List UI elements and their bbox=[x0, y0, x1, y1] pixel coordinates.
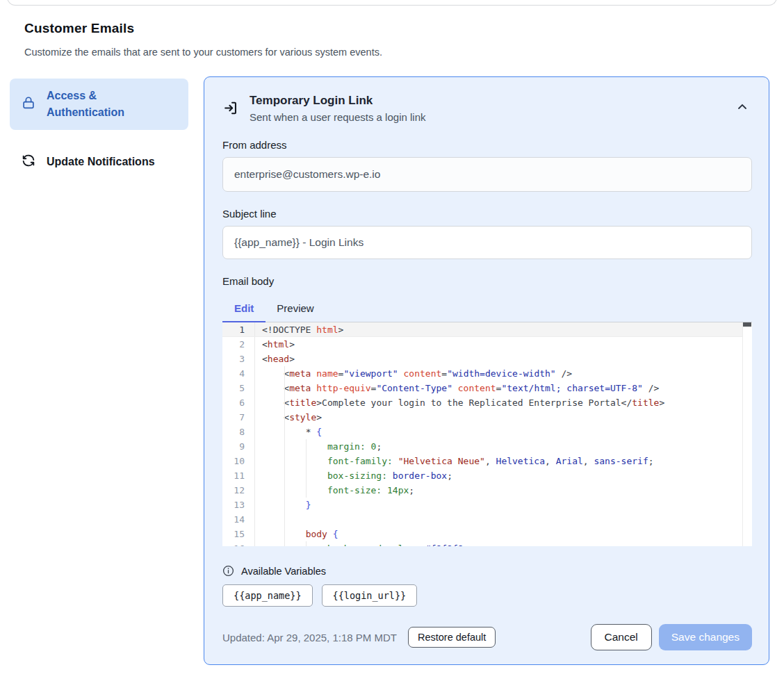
tab-edit[interactable]: Edit bbox=[222, 297, 266, 322]
temporary-login-link-panel: Temporary Login Link Sent when a user re… bbox=[204, 76, 769, 665]
code-line: 2<html> bbox=[222, 337, 742, 352]
editor-scrollbar-track[interactable] bbox=[742, 322, 752, 546]
tab-preview[interactable]: Preview bbox=[266, 297, 325, 322]
code-line: 8 * { bbox=[222, 425, 742, 439]
variable-chips: {{app_name}} {{login_url}} bbox=[222, 584, 752, 607]
line-number: 10 bbox=[222, 454, 255, 468]
restore-default-button[interactable]: Restore default bbox=[408, 627, 496, 648]
line-number: 15 bbox=[222, 527, 255, 541]
updated-timestamp: Updated: Apr 29, 2025, 1:18 PM MDT bbox=[222, 632, 397, 643]
line-number: 11 bbox=[222, 468, 255, 483]
email-body-label: Email body bbox=[222, 275, 752, 287]
variable-chip-login-url[interactable]: {{login_url}} bbox=[322, 584, 418, 607]
previous-card-edge bbox=[7, 0, 777, 6]
subject-line-input[interactable] bbox=[222, 226, 752, 259]
code-line: 9 margin: 0; bbox=[222, 439, 742, 454]
line-number: 6 bbox=[222, 395, 255, 410]
variable-chip-app-name[interactable]: {{app_name}} bbox=[222, 584, 313, 607]
panel-subtitle: Sent when a user requests a login link bbox=[250, 111, 723, 123]
line-number: 12 bbox=[222, 483, 255, 498]
from-address-input[interactable] bbox=[222, 157, 752, 192]
from-address-label: From address bbox=[222, 139, 752, 151]
line-number: 7 bbox=[222, 410, 255, 425]
sidebar-item-access-authentication[interactable]: Access & Authentication bbox=[10, 79, 188, 130]
info-icon bbox=[222, 565, 234, 577]
panel-footer: Updated: Apr 29, 2025, 1:18 PM MDT Resto… bbox=[222, 624, 752, 650]
sidebar-item-update-notifications[interactable]: Update Notifications bbox=[10, 144, 188, 180]
line-number: 14 bbox=[222, 512, 255, 527]
line-number: 2 bbox=[222, 337, 255, 352]
page-subtitle: Customize the emails that are sent to yo… bbox=[24, 47, 382, 58]
page-title: Customer Emails bbox=[24, 21, 382, 36]
code-line: 16 background-color: #f9f9f9; bbox=[222, 541, 742, 546]
code-lines: 1<!DOCTYPE html>2<html>3<head>4 <meta na… bbox=[222, 322, 742, 546]
sidebar-item-label: Update Notifications bbox=[47, 154, 155, 170]
code-line: 14 bbox=[222, 512, 742, 527]
email-body-code-editor[interactable]: 1<!DOCTYPE html>2<html>3<head>4 <meta na… bbox=[222, 322, 752, 546]
code-line: 7 <style> bbox=[222, 410, 742, 425]
refresh-icon bbox=[21, 153, 36, 171]
email-body-tabs: Edit Preview bbox=[222, 297, 752, 322]
editor-scrollbar-thumb[interactable] bbox=[743, 322, 751, 327]
indent-guide bbox=[306, 439, 307, 498]
sidebar-item-label: Access & Authentication bbox=[47, 88, 158, 121]
login-icon bbox=[222, 99, 240, 120]
subject-line-label: Subject line bbox=[222, 208, 752, 220]
lock-icon bbox=[21, 95, 36, 113]
panel-title: Temporary Login Link bbox=[250, 94, 723, 108]
code-line: 4 <meta name="viewport" content="width=d… bbox=[222, 366, 742, 381]
indent-guide bbox=[284, 366, 285, 546]
code-line: 5 <meta http-equiv="Content-Type" conten… bbox=[222, 381, 742, 395]
line-number: 16 bbox=[222, 541, 255, 546]
available-variables-label: Available Variables bbox=[241, 566, 326, 577]
line-number: 4 bbox=[222, 366, 255, 381]
indent-guide bbox=[306, 541, 307, 546]
code-line: 6 <title>Complete your login to the Repl… bbox=[222, 395, 742, 410]
code-line: 13 } bbox=[222, 498, 742, 512]
cancel-button[interactable]: Cancel bbox=[591, 624, 652, 650]
line-number: 3 bbox=[222, 352, 255, 366]
panel-header: Temporary Login Link Sent when a user re… bbox=[222, 94, 752, 123]
available-variables-row: Available Variables bbox=[222, 565, 752, 577]
code-line: 3<head> bbox=[222, 352, 742, 366]
line-number: 5 bbox=[222, 381, 255, 395]
panel-titles: Temporary Login Link Sent when a user re… bbox=[250, 94, 723, 123]
code-line: 10 font-family: "Helvetica Neue", Helvet… bbox=[222, 454, 742, 468]
email-types-sidebar: Access & Authentication Update Notificat… bbox=[10, 79, 188, 180]
collapse-section-button[interactable] bbox=[733, 98, 752, 117]
code-line: 15 body { bbox=[222, 527, 742, 541]
chevron-up-icon bbox=[737, 102, 748, 113]
save-changes-button[interactable]: Save changes bbox=[659, 624, 752, 650]
line-number: 9 bbox=[222, 439, 255, 454]
code-line: 1<!DOCTYPE html> bbox=[222, 322, 742, 337]
page-header: Customer Emails Customize the emails tha… bbox=[24, 21, 382, 58]
line-number: 8 bbox=[222, 425, 255, 439]
code-line: 11 box-sizing: border-box; bbox=[222, 468, 742, 483]
line-number: 13 bbox=[222, 498, 255, 512]
code-line: 12 font-size: 14px; bbox=[222, 483, 742, 498]
line-number: 1 bbox=[222, 322, 255, 336]
